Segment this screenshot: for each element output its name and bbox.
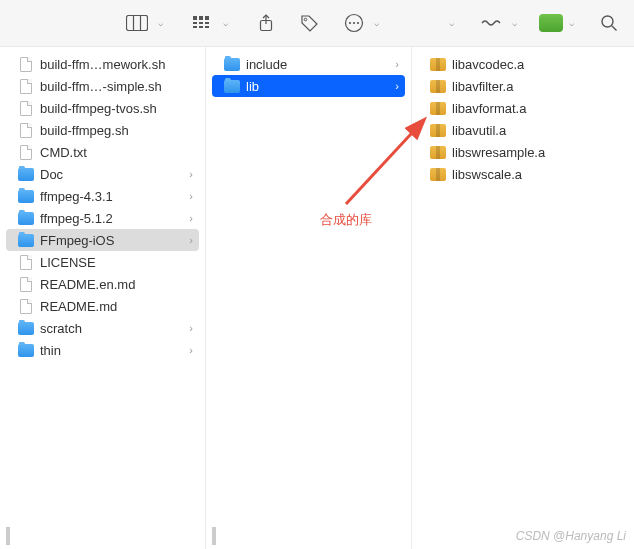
file-icon	[18, 144, 34, 160]
list-item[interactable]: libswresample.a	[418, 141, 628, 163]
list-item[interactable]: build-ffmpeg-tvos.sh	[6, 97, 199, 119]
item-label: CMD.txt	[40, 145, 193, 160]
svg-point-18	[357, 22, 359, 24]
share-icon[interactable]	[254, 11, 278, 35]
chevron-right-icon: ›	[189, 190, 193, 202]
svg-rect-11	[205, 26, 209, 28]
search-icon[interactable]	[596, 11, 622, 35]
column-1[interactable]: build-ffm…mework.shbuild-ffm…-simple.shb…	[0, 47, 206, 549]
list-item[interactable]: README.md	[6, 295, 199, 317]
svg-rect-4	[199, 16, 203, 20]
svg-rect-9	[193, 26, 197, 28]
list-item[interactable]: libavutil.a	[418, 119, 628, 141]
item-label: libswresample.a	[452, 145, 622, 160]
list-item[interactable]: lib›	[212, 75, 405, 97]
scroll-indicator	[212, 527, 216, 545]
column-2[interactable]: include›lib›	[206, 47, 412, 549]
chevron-down-icon[interactable]: ⌵	[565, 15, 578, 31]
list-item[interactable]: Doc›	[6, 163, 199, 185]
svg-rect-5	[205, 16, 209, 20]
list-item[interactable]: build-ffm…-simple.sh	[6, 75, 199, 97]
svg-rect-10	[199, 26, 203, 28]
chevron-right-icon: ›	[189, 344, 193, 356]
chevron-down-icon[interactable]: ⌵	[370, 15, 383, 31]
chevron-down-icon[interactable]: ⌵	[445, 15, 458, 31]
item-label: build-ffm…mework.sh	[40, 57, 193, 72]
item-label: libavcodec.a	[452, 57, 622, 72]
item-label: libavformat.a	[452, 101, 622, 116]
list-item[interactable]: thin›	[6, 339, 199, 361]
list-item[interactable]: ffmpeg-4.3.1›	[6, 185, 199, 207]
item-label: include	[246, 57, 389, 72]
svg-point-17	[353, 22, 355, 24]
svg-point-16	[349, 22, 351, 24]
svg-rect-3	[193, 16, 197, 20]
folder-icon	[18, 188, 34, 204]
columns-view-icon[interactable]	[122, 12, 152, 34]
chevron-right-icon: ›	[189, 322, 193, 334]
watermark: CSDN @Hanyang Li	[516, 529, 626, 543]
list-item[interactable]: LICENSE	[6, 251, 199, 273]
scroll-indicator	[6, 527, 10, 545]
chevron-right-icon: ›	[395, 58, 399, 70]
archive-icon	[430, 56, 446, 72]
folder-icon	[18, 166, 34, 182]
chevron-down-icon[interactable]: ⌵	[508, 15, 521, 31]
list-item[interactable]: FFmpeg-iOS›	[6, 229, 199, 251]
item-label: ffmpeg-5.1.2	[40, 211, 183, 226]
list-item[interactable]: README.en.md	[6, 273, 199, 295]
list-item[interactable]: scratch›	[6, 317, 199, 339]
file-icon	[18, 122, 34, 138]
item-label: LICENSE	[40, 255, 193, 270]
list-item[interactable]: ffmpeg-5.1.2›	[6, 207, 199, 229]
file-icon	[18, 254, 34, 270]
item-label: build-ffmpeg.sh	[40, 123, 193, 138]
column-view: build-ffm…mework.shbuild-ffm…-simple.shb…	[0, 46, 634, 549]
chevron-down-icon[interactable]: ⌵	[154, 15, 167, 31]
chevron-right-icon: ›	[395, 80, 399, 92]
item-label: libavfilter.a	[452, 79, 622, 94]
file-icon	[18, 298, 34, 314]
file-icon	[18, 100, 34, 116]
toolbar: ⌵ ⌵ ⌵ ⌵ ⌵ ⌵	[0, 0, 634, 46]
chevron-down-icon[interactable]: ⌵	[219, 15, 232, 31]
list-item[interactable]: libavformat.a	[418, 97, 628, 119]
folder-icon	[224, 78, 240, 94]
svg-rect-0	[127, 16, 148, 31]
list-item[interactable]: libavfilter.a	[418, 75, 628, 97]
file-icon	[18, 56, 34, 72]
item-label: build-ffm…-simple.sh	[40, 79, 193, 94]
list-item[interactable]: CMD.txt	[6, 141, 199, 163]
item-label: README.en.md	[40, 277, 193, 292]
folder-icon	[18, 210, 34, 226]
chevron-right-icon: ›	[189, 212, 193, 224]
archive-icon	[430, 144, 446, 160]
item-label: libswscale.a	[452, 167, 622, 182]
list-item[interactable]: libswscale.a	[418, 163, 628, 185]
folder-icon	[224, 56, 240, 72]
folder-icon	[18, 342, 34, 358]
tag-icon[interactable]	[296, 11, 322, 35]
svg-point-19	[602, 16, 613, 27]
archive-icon	[430, 166, 446, 182]
list-item[interactable]: libavcodec.a	[418, 53, 628, 75]
svg-point-14	[304, 18, 307, 21]
folder-icon	[18, 320, 34, 336]
grid-view-icon[interactable]	[189, 13, 217, 33]
list-item[interactable]: build-ffmpeg.sh	[6, 119, 199, 141]
more-circle-icon[interactable]	[340, 10, 368, 36]
column-3[interactable]: libavcodec.alibavfilter.alibavformat.ali…	[412, 47, 634, 549]
list-item[interactable]: include›	[212, 53, 405, 75]
connect-icon[interactable]	[476, 15, 506, 31]
item-label: thin	[40, 343, 183, 358]
chevron-right-icon: ›	[189, 168, 193, 180]
item-label: Doc	[40, 167, 183, 182]
svg-rect-8	[205, 22, 209, 24]
color-action-button[interactable]	[539, 14, 563, 32]
list-item[interactable]: build-ffm…mework.sh	[6, 53, 199, 75]
file-icon	[18, 78, 34, 94]
archive-icon	[430, 122, 446, 138]
svg-line-20	[612, 26, 617, 31]
item-label: build-ffmpeg-tvos.sh	[40, 101, 193, 116]
chevron-right-icon: ›	[189, 234, 193, 246]
